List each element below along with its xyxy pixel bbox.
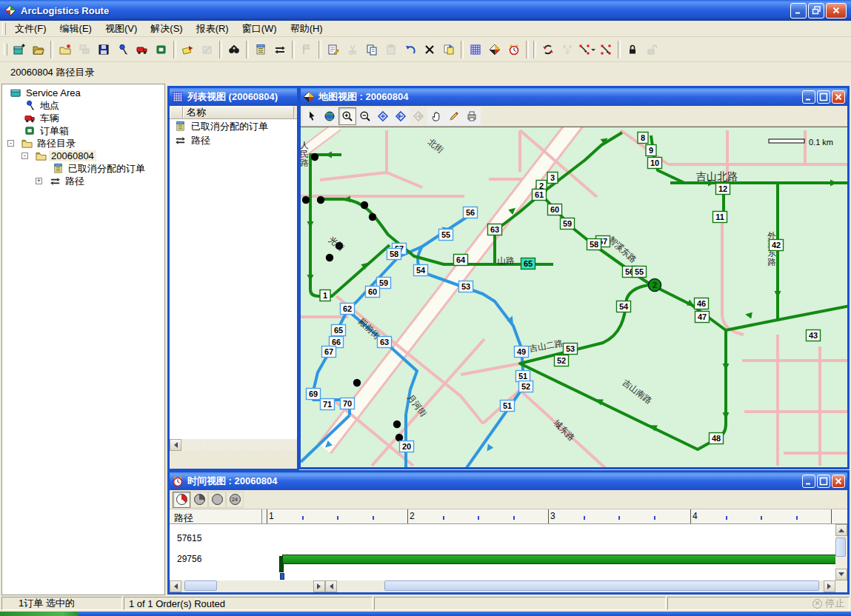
- map-stop-20[interactable]: 20: [400, 441, 414, 452]
- tree-expander-routes[interactable]: +: [36, 178, 42, 184]
- map-stop-62[interactable]: 62: [341, 304, 355, 315]
- map-stop-3[interactable]: 3: [547, 173, 558, 184]
- map-stop-59[interactable]: 59: [561, 218, 575, 230]
- print-button[interactable]: [463, 107, 481, 125]
- minimize-button[interactable]: [790, 3, 807, 19]
- pan-button[interactable]: [427, 107, 445, 125]
- map-stop-42[interactable]: 42: [770, 240, 784, 251]
- tree-item-route-folder[interactable]: -路径目录: [2, 137, 164, 150]
- tree-item-route-20060804[interactable]: -20060804: [2, 150, 164, 162]
- scroll-down-button[interactable]: [835, 569, 847, 580]
- route-time-bar[interactable]: [282, 555, 835, 564]
- map-stop-63[interactable]: 63: [378, 337, 392, 348]
- map-stop-1[interactable]: 1: [320, 290, 330, 301]
- map-stop-70[interactable]: 70: [341, 398, 355, 409]
- map-stop-10[interactable]: 10: [648, 158, 662, 169]
- time-close-button[interactable]: [832, 475, 845, 488]
- scroll-left-button[interactable]: [170, 439, 181, 451]
- select-pointer-button[interactable]: [303, 107, 321, 125]
- map-stop-49[interactable]: 49: [515, 346, 529, 358]
- stop-button[interactable]: ✕ 停止: [812, 597, 844, 610]
- map-view-titlebar[interactable]: 地图视图 : 20060804: [301, 88, 847, 106]
- menu-window[interactable]: 窗口(W): [236, 21, 284, 37]
- map-maximize-button[interactable]: [817, 90, 830, 104]
- undo-button[interactable]: [401, 40, 420, 59]
- menu-edit[interactable]: 编辑(E): [53, 21, 99, 37]
- map-stop-8[interactable]: 8: [638, 133, 648, 144]
- scroll-thumb[interactable]: [384, 580, 819, 591]
- map-stop-65[interactable]: 65: [332, 325, 346, 336]
- map-stop-43[interactable]: 43: [807, 330, 821, 341]
- find-button[interactable]: [224, 40, 244, 59]
- scroll-thumb[interactable]: [184, 580, 217, 591]
- tree-item-order-box[interactable]: 订单箱: [2, 124, 164, 137]
- new-folder-button[interactable]: [56, 40, 75, 59]
- map-stop-11[interactable]: 11: [713, 212, 727, 223]
- map-stop-58[interactable]: 58: [387, 249, 401, 260]
- zoom-in-button[interactable]: [338, 107, 356, 125]
- map-stop-58[interactable]: 58: [587, 239, 601, 250]
- map-stop-54[interactable]: 54: [617, 301, 631, 312]
- map-stop-61[interactable]: 61: [533, 190, 547, 201]
- map-close-button[interactable]: [832, 90, 845, 104]
- scroll-track[interactable]: [181, 580, 313, 592]
- map-stop-46[interactable]: 46: [695, 298, 709, 309]
- scroll-track[interactable]: [337, 580, 824, 592]
- map-stop-55[interactable]: 55: [439, 230, 453, 241]
- time-vscrollbar[interactable]: [835, 524, 847, 580]
- globe-extent-button[interactable]: [321, 107, 338, 125]
- scroll-left-button[interactable]: [325, 580, 337, 592]
- menu-reports[interactable]: 报表(R): [190, 21, 236, 37]
- map-stop-12[interactable]: 12: [716, 184, 730, 195]
- scroll-track[interactable]: [181, 439, 297, 451]
- close-button[interactable]: [826, 3, 847, 19]
- reassign-dropdown-caret[interactable]: [591, 49, 595, 53]
- zoom-out-button[interactable]: [356, 107, 374, 125]
- time-view-titlebar[interactable]: 时间视图 : 20060804: [170, 472, 847, 490]
- menu-help[interactable]: 帮助(H): [284, 21, 330, 37]
- toolbar-grip[interactable]: [4, 44, 7, 56]
- tree-item-locations[interactable]: 地点: [2, 99, 164, 112]
- map-stop-9[interactable]: 9: [646, 145, 656, 156]
- reassign-button[interactable]: [577, 40, 596, 59]
- zoom-extent-button[interactable]: [374, 107, 392, 125]
- map-stop-52[interactable]: 52: [555, 355, 569, 366]
- menubar-grip[interactable]: [2, 23, 6, 35]
- list-item-unassigned-orders[interactable]: 已取消分配的订单: [170, 119, 297, 133]
- open-project-button[interactable]: [29, 40, 48, 59]
- scroll-left-button[interactable]: [170, 580, 181, 592]
- tree-item-unassigned-orders[interactable]: 已取消分配的订单: [2, 162, 164, 175]
- clock-day-pie-button[interactable]: [173, 492, 190, 508]
- map-stop-55[interactable]: 55: [633, 267, 647, 278]
- map-view-button[interactable]: [485, 40, 504, 59]
- map-stop-52[interactable]: 52: [519, 381, 533, 392]
- restore-button[interactable]: [808, 3, 824, 19]
- scroll-right-button[interactable]: [313, 580, 325, 592]
- tree-item-service-area[interactable]: Service Area: [2, 87, 164, 99]
- map-stop-48[interactable]: 48: [710, 433, 724, 444]
- list-item-routes[interactable]: 路径: [170, 133, 297, 147]
- map-stop-64[interactable]: 64: [454, 255, 468, 266]
- time-gantt-body[interactable]: 5761529756: [170, 524, 835, 580]
- orders-list-button[interactable]: [251, 40, 270, 59]
- menu-view[interactable]: 视图(V): [99, 21, 144, 37]
- assign-orders-button[interactable]: [178, 40, 198, 59]
- list-column-header[interactable]: 名称: [183, 106, 294, 118]
- map-stop-53[interactable]: 53: [564, 344, 578, 355]
- map-stop-60[interactable]: 60: [366, 287, 380, 298]
- map-stop-56[interactable]: 56: [464, 207, 478, 218]
- scroll-thumb[interactable]: [835, 538, 846, 557]
- map-stop-60[interactable]: 60: [548, 204, 562, 215]
- scroll-right-button[interactable]: [824, 580, 835, 592]
- map-stop-69[interactable]: 69: [307, 389, 321, 400]
- list-view-button[interactable]: [466, 40, 485, 59]
- list-row-selector-header[interactable]: [170, 106, 183, 118]
- duplicate-button[interactable]: [439, 40, 458, 59]
- clock-24-button[interactable]: 24: [226, 492, 244, 508]
- resequence-button[interactable]: [596, 40, 615, 59]
- time-right-hscrollbar[interactable]: [325, 580, 835, 592]
- tree-item-vehicles[interactable]: 车辆: [2, 112, 164, 124]
- map-stop-54[interactable]: 54: [414, 265, 428, 276]
- new-project-button[interactable]: [10, 40, 29, 59]
- map-stop-65[interactable]: 65: [521, 258, 535, 270]
